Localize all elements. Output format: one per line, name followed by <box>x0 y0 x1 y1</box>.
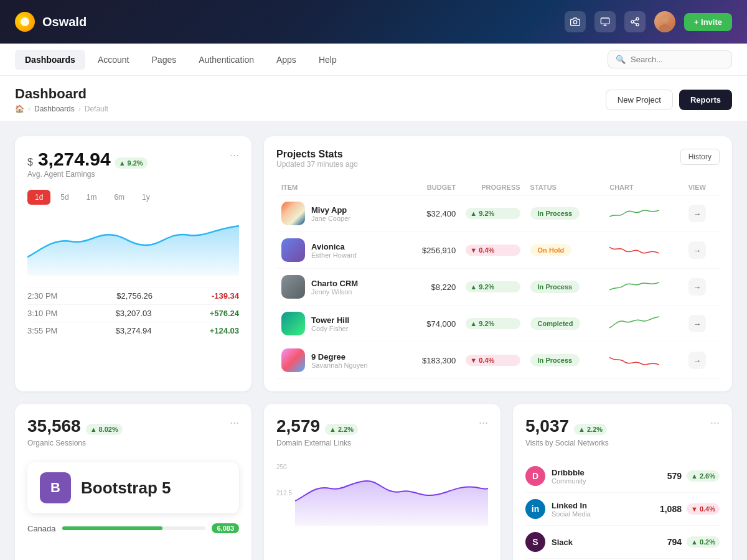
nav-icon-camera[interactable] <box>565 11 586 32</box>
menu-item-account[interactable]: Account <box>88 50 139 70</box>
table-row: Mivy App Jane Cooper $32,400 ▲ 9.2% In P… <box>276 195 720 232</box>
sparkline-9degree <box>609 351 659 368</box>
col-view: VIEW <box>684 180 720 195</box>
time-tab-1m[interactable]: 1m <box>79 190 105 205</box>
view-btn-tower[interactable]: → <box>688 315 706 332</box>
bootstrap-banner: B Bootstrap 5 <box>27 462 239 513</box>
time-tab-6m[interactable]: 6m <box>106 190 132 205</box>
search-box: 🔍 <box>608 50 732 68</box>
time-tabs: 1d 5d 1m 6m 1y <box>27 190 239 205</box>
nav-icon-share[interactable] <box>624 11 646 32</box>
nav-right: + Invite <box>565 11 732 32</box>
view-btn-9degree[interactable]: → <box>688 352 706 369</box>
menu-item-authentication[interactable]: Authentication <box>189 50 264 70</box>
col-status: STATUS <box>525 180 605 195</box>
projects-title: Projects Stats <box>276 149 358 160</box>
table-row: 9 Degree Savannah Nguyen $183,300 ▼ 0.4%… <box>276 342 720 379</box>
bootstrap-icon: B <box>40 472 71 503</box>
history-button[interactable]: History <box>680 149 720 165</box>
breadcrumb-dashboards[interactable]: Dashboards <box>34 105 75 113</box>
geo-row-canada: Canada 6,083 <box>27 523 239 533</box>
menu-items: Dashboards Account Pages Authentication … <box>15 50 347 70</box>
menu-item-pages[interactable]: Pages <box>142 50 187 70</box>
view-btn-mivy[interactable]: → <box>688 205 706 222</box>
menu-bar: Dashboards Account Pages Authentication … <box>0 44 747 76</box>
svg-line-8 <box>634 19 637 21</box>
home-icon: 🏠 <box>15 105 24 113</box>
organic-more-btn[interactable]: ··· <box>230 416 239 429</box>
logo-icon <box>15 12 35 32</box>
project-item-tower: Tower Hill Cody Fisher <box>281 312 398 335</box>
domain-chart <box>295 464 488 526</box>
social-list: D Dribbble Community 579 ▲ 2.6% in <box>525 460 720 559</box>
menu-item-dashboards[interactable]: Dashboards <box>15 50 85 70</box>
time-tab-5d[interactable]: 5d <box>53 190 76 205</box>
svg-line-7 <box>634 22 637 24</box>
slack-icon: S <box>525 532 545 552</box>
sparkline-charto <box>609 278 659 295</box>
dribbble-icon: D <box>525 466 545 486</box>
social-label: Visits by Social Networks <box>525 439 609 447</box>
new-project-button[interactable]: New Project <box>606 90 673 110</box>
menu-item-help[interactable]: Help <box>309 50 347 70</box>
project-item-charto: Charto CRM Jenny Wilson <box>281 275 398 299</box>
nav-left: Oswald <box>15 12 87 32</box>
view-btn-charto[interactable]: → <box>688 278 706 296</box>
svg-point-4 <box>636 17 639 20</box>
domain-more-btn[interactable]: ··· <box>479 416 488 429</box>
domain-badge: ▲ 2.2% <box>325 424 358 435</box>
project-thumb-9degree <box>281 348 305 372</box>
page-header: Dashboard 🏠 › Dashboards › Default New P… <box>0 76 747 121</box>
linkedin-icon: in <box>525 499 545 519</box>
organic-label: Organic Sessions <box>27 439 123 447</box>
projects-card: Projects Stats Updated 37 minutes ago Hi… <box>264 136 732 391</box>
earnings-more-btn[interactable]: ··· <box>230 149 239 162</box>
col-chart: CHART <box>604 180 684 195</box>
social-badge: ▲ 2.2% <box>574 424 607 435</box>
invite-button[interactable]: + Invite <box>684 13 732 31</box>
table-row: Tower Hill Cody Fisher $74,000 ▲ 9.2% Co… <box>276 306 720 342</box>
sparkline-mivy <box>609 204 659 222</box>
breadcrumb-default: Default <box>85 105 108 113</box>
view-btn-avionica[interactable]: → <box>688 241 706 259</box>
social-more-btn[interactable]: ··· <box>710 416 720 429</box>
table-row: Avionica Esther Howard $256,910 ▼ 0.4% O… <box>276 232 720 269</box>
social-row-linkedin: in Linked In Social Media 1,088 ▼ 0.4% <box>525 493 720 526</box>
social-row-dribbble: D Dribbble Community 579 ▲ 2.6% <box>525 460 720 493</box>
projects-updated: Updated 37 minutes ago <box>276 160 358 169</box>
col-item: ITEM <box>276 180 403 195</box>
svg-point-0 <box>573 21 576 24</box>
col-budget: BUDGET <box>403 180 461 195</box>
main-content: $ 3,274.94 ▲ 9.2% Avg. Agent Earnings ··… <box>0 121 747 560</box>
social-row-slack: S Slack 794 ▲ 0.2% <box>525 526 720 559</box>
breadcrumb: 🏠 › Dashboards › Default <box>15 105 108 113</box>
tx-row-3: 3:55 PM $3,274.94 +124.03 <box>27 322 239 339</box>
svg-rect-1 <box>601 18 609 24</box>
transactions-list: 2:30 PM $2,756.26 -139.34 3:10 PM $3,207… <box>27 287 239 339</box>
earnings-label: Avg. Agent Earnings <box>27 170 148 179</box>
sparkline-tower <box>609 314 659 332</box>
earnings-badge: ▲ 9.2% <box>115 157 148 169</box>
reports-button[interactable]: Reports <box>679 90 732 110</box>
project-thumb-charto <box>281 275 305 299</box>
svg-point-10 <box>659 24 671 32</box>
time-tab-1y[interactable]: 1y <box>134 190 157 205</box>
page-title: Dashboard <box>15 86 108 102</box>
time-tab-1d[interactable]: 1d <box>27 190 50 205</box>
col-progress: PROGRESS <box>461 180 525 195</box>
menu-item-apps[interactable]: Apps <box>266 50 306 70</box>
project-item-mivy: Mivy App Jane Cooper <box>281 202 398 225</box>
project-thumb-mivy <box>281 202 305 225</box>
organic-badge: ▲ 8.02% <box>86 424 123 435</box>
brand-name: Oswald <box>42 15 87 29</box>
domain-chart-area: 250 212.5 <box>276 464 488 526</box>
row-1: $ 3,274.94 ▲ 9.2% Avg. Agent Earnings ··… <box>15 136 732 391</box>
row-2: 35,568 ▲ 8.02% Organic Sessions ··· B Bo… <box>15 404 732 560</box>
social-networks-card: 5,037 ▲ 2.2% Visits by Social Networks ·… <box>513 404 732 560</box>
user-avatar[interactable] <box>654 11 675 32</box>
search-input[interactable] <box>631 55 724 64</box>
nav-icon-monitor[interactable] <box>594 11 616 32</box>
organic-sessions-card: 35,568 ▲ 8.02% Organic Sessions ··· B Bo… <box>15 404 251 560</box>
earnings-card: $ 3,274.94 ▲ 9.2% Avg. Agent Earnings ··… <box>15 136 251 391</box>
project-thumb-tower <box>281 312 305 335</box>
